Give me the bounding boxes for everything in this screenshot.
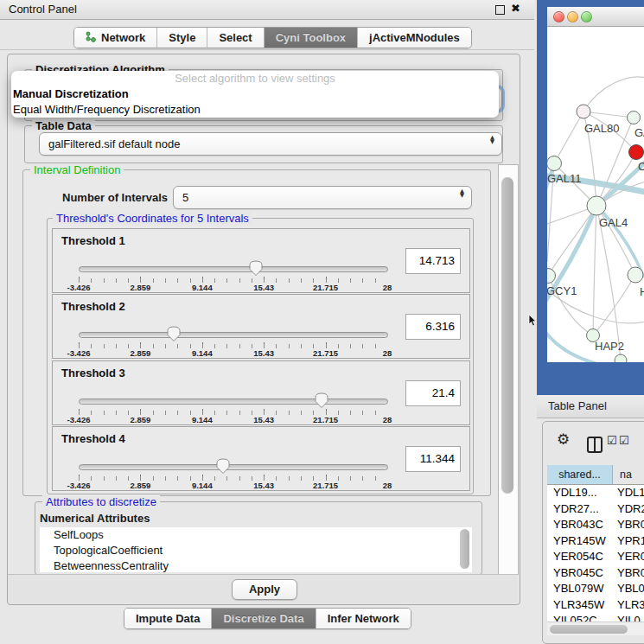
slider-track[interactable] — [79, 464, 388, 470]
close-traffic-light[interactable] — [553, 11, 564, 22]
svg-text:HAP2: HAP2 — [595, 340, 624, 353]
threshold-4-slider[interactable] — [79, 458, 386, 475]
tab-style[interactable]: Style — [157, 28, 207, 48]
screen: Control Panel ✖ Network Style Select Cyn… — [0, 0, 644, 644]
tab-label: jActiveMNodules — [369, 31, 460, 44]
mouse-cursor — [528, 315, 537, 329]
threshold-3-slider[interactable] — [79, 392, 386, 410]
list-item[interactable]: SelfLoops — [40, 527, 472, 543]
threshold-4-value-field[interactable]: 11.344 — [405, 446, 461, 472]
tab-infer-network[interactable]: Infer Network — [316, 609, 411, 628]
network-window: GAL80 GA C GAL11 GAL4 GCY1 H HAP2 — [537, 0, 644, 397]
threshold-2-slider[interactable] — [79, 326, 386, 343]
table-row[interactable]: YBL079WYBL0 — [547, 581, 644, 597]
threshold-1-slider[interactable] — [79, 260, 386, 277]
apply-strip: Apply — [8, 574, 518, 603]
threshold-label: Threshold 4 — [61, 432, 125, 445]
tab-select[interactable]: Select — [207, 28, 264, 48]
threshold-4-panel: Threshold 4 -3.426 2.859 9.144 15.43 21.… — [52, 426, 470, 491]
svg-text:GCY1: GCY1 — [547, 284, 577, 297]
network-canvas[interactable]: GAL80 GA C GAL11 GAL4 GCY1 H HAP2 — [547, 27, 644, 362]
number-of-intervals-combobox[interactable]: 5 ▲▼ — [173, 186, 472, 209]
table-row[interactable]: YDL19...YDL1 — [547, 485, 644, 501]
table-row[interactable]: YBR043CYBR0 — [547, 517, 644, 533]
table-horizontal-scrollbar[interactable] — [547, 622, 644, 635]
columns-icon[interactable] — [587, 437, 603, 453]
table-data-combobox[interactable]: galFiltered.sif default node ▲▼ — [39, 132, 502, 156]
tab-impute-data[interactable]: Impute Data — [124, 609, 212, 628]
table-panel-header: Table Panel — [537, 395, 644, 418]
slider-track[interactable] — [79, 266, 388, 272]
table-row[interactable]: YBR045CYBR0 — [547, 565, 644, 582]
svg-text:GAL80: GAL80 — [584, 122, 619, 135]
checkbox-icon[interactable]: ☑ — [607, 434, 617, 447]
tab-label: Discretize Data — [223, 612, 303, 625]
table-panel: ⚙ ☑ ☑ shared... na YDL19...YDL1 YDR27...… — [542, 421, 644, 644]
list-item[interactable]: BetweennessCentrality — [40, 558, 472, 572]
node-top-right — [628, 112, 641, 124]
table-data-group: Table Data galFiltered.sif default node … — [24, 125, 503, 163]
list-item[interactable]: TopologicalCoefficient — [40, 543, 472, 558]
threshold-1-value-field[interactable]: 14.713 — [405, 248, 461, 274]
node-selected-red — [629, 145, 644, 160]
zoom-traffic-light[interactable] — [581, 11, 592, 22]
group-title: Interval Definition — [30, 163, 124, 176]
combo-arrows-icon: ▲▼ — [460, 189, 464, 198]
column-header-shared-name[interactable]: shared... — [547, 465, 613, 485]
network-window-titlebar[interactable] — [547, 7, 644, 27]
slider-tick-labels: -3.426 2.859 9.144 15.43 21.715 28 — [79, 481, 387, 490]
checkbox-icon[interactable]: ☑ — [619, 434, 629, 447]
numerical-attributes-list[interactable]: SelfLoops TopologicalCoefficient Between… — [40, 527, 472, 572]
slider-thumb[interactable] — [315, 392, 328, 409]
node-table[interactable]: shared... na YDL19...YDL1 YDR27...YDR2 Y… — [547, 465, 644, 622]
slider-thumb[interactable] — [216, 458, 230, 475]
node-bottom — [615, 354, 627, 362]
tab-cyni-toolbox[interactable]: Cyni Toolbox — [265, 28, 358, 48]
threshold-label: Threshold 1 — [61, 234, 125, 247]
dropdown-placeholder: Select algorithm to view settings — [11, 71, 499, 86]
apply-button[interactable]: Apply — [232, 579, 297, 600]
panel-scrollbar[interactable] — [498, 164, 519, 575]
tab-label: Network — [101, 31, 145, 44]
minimize-traffic-light[interactable] — [567, 11, 578, 22]
group-title: Attributes to discretize — [42, 495, 160, 508]
slider-track[interactable] — [79, 332, 388, 338]
tab-network[interactable]: Network — [74, 28, 157, 48]
table-row[interactable]: YDR27...YDR2 — [547, 501, 644, 518]
list-scrollbar[interactable] — [460, 529, 469, 569]
slider-thumb[interactable] — [249, 260, 263, 277]
scrollbar-thumb[interactable] — [501, 177, 513, 494]
slider-thumb[interactable] — [167, 326, 181, 342]
threshold-2-value-field[interactable]: 6.316 — [405, 314, 461, 340]
column-header-name[interactable]: na — [613, 465, 644, 485]
scrollbar-thumb[interactable] — [550, 625, 628, 634]
threshold-1-panel: Threshold 1 -3.426 2.859 9.144 15.43 21.… — [52, 228, 470, 293]
close-icon[interactable]: ✖ — [511, 2, 520, 15]
threshold-label: Threshold 2 — [61, 300, 125, 313]
svg-text:GAL11: GAL11 — [547, 172, 582, 185]
combo-arrows-icon: ▲▼ — [490, 136, 494, 144]
dropdown-item-manual-discretization[interactable]: Manual Discretization — [11, 86, 499, 102]
threshold-3-value-field[interactable]: 21.4 — [405, 380, 461, 406]
slider-tick-labels: -3.426 2.859 9.144 15.43 21.715 28 — [79, 348, 387, 358]
slider-tick-labels: -3.426 2.859 9.144 15.43 21.715 28 — [79, 283, 387, 292]
algorithm-dropdown-popup: Select algorithm to view settings Manual… — [11, 71, 499, 118]
node-gcy1 — [547, 269, 556, 284]
tab-discretize-data[interactable]: Discretize Data — [212, 609, 316, 628]
slider-tick-labels: -3.426 2.859 9.144 15.43 21.715 28 — [79, 415, 387, 424]
table-row[interactable]: YIL052CYIL0 — [547, 613, 644, 622]
gear-icon[interactable]: ⚙ — [557, 430, 570, 448]
tab-jactivemnodules[interactable]: jActiveMNodules — [358, 28, 471, 48]
table-row[interactable]: YLR345WYLR3 — [547, 597, 644, 614]
dropdown-item-equal-width-frequency[interactable]: Equal Width/Frequency Discretization — [11, 102, 499, 118]
svg-text:H: H — [640, 285, 644, 298]
group-title: Table Data — [32, 119, 95, 132]
slider-track[interactable] — [79, 399, 388, 405]
table-row[interactable]: YPR145WYPR1 — [547, 533, 644, 550]
node-gal4 — [587, 196, 606, 215]
float-icon[interactable] — [495, 5, 505, 15]
node-gal11 — [547, 156, 562, 171]
table-row[interactable]: YER054CYER0 — [547, 549, 644, 565]
combo-value: 5 — [182, 191, 188, 204]
tab-label: Style — [169, 31, 195, 44]
